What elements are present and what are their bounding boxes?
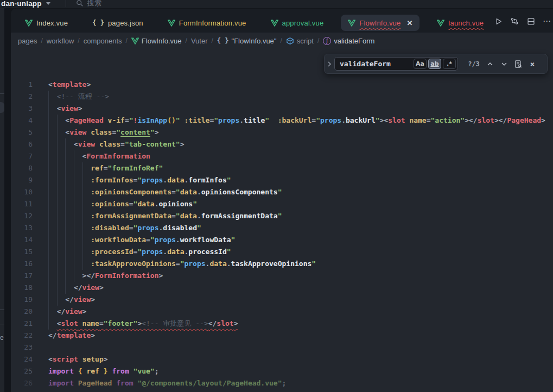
line-number[interactable]: 24 — [11, 353, 33, 365]
line-number[interactable]: 12 — [11, 210, 33, 222]
line-number[interactable]: 17 — [11, 270, 33, 282]
line-number[interactable]: 2 — [11, 91, 33, 103]
code-line-24[interactable]: 24<script setup> — [11, 353, 553, 365]
line-number[interactable]: 7 — [11, 150, 33, 162]
sidebar-sliver: e — [0, 8, 4, 392]
vue-icon — [131, 37, 139, 45]
editor-group: Index.vue { } pages.json FormInformation… — [11, 9, 553, 392]
line-number[interactable]: 8 — [11, 162, 33, 174]
next-match-icon[interactable] — [498, 58, 510, 70]
tab-label: launch.vue — [448, 19, 484, 27]
line-number[interactable]: 18 — [11, 282, 33, 294]
regex-button[interactable]: .* — [443, 59, 456, 69]
line-number[interactable]: 5 — [11, 127, 33, 138]
line-number[interactable]: 15 — [11, 246, 33, 258]
tab-flowinfo-vue-active[interactable]: FlowInfo.vue ✕ — [341, 15, 419, 31]
code-line-4[interactable]: 4<PageHead v-if="!isInApp()" :title="pro… — [11, 115, 553, 127]
code-line-11[interactable]: 11:opinions="data.opinions" — [11, 198, 553, 210]
code-line-20[interactable]: 20</view> — [11, 306, 553, 318]
code-line-25[interactable]: 25import { ref } from "vue"; — [11, 365, 553, 377]
code-line-5[interactable]: 5<view class="content"> — [11, 127, 553, 138]
line-number[interactable]: 10 — [11, 186, 33, 198]
line-number[interactable]: 6 — [11, 138, 33, 150]
run-icon[interactable] — [493, 16, 503, 26]
breadcrumb-components[interactable]: components — [84, 37, 122, 45]
tab-index-vue[interactable]: Index.vue — [18, 15, 75, 31]
line-number[interactable]: 13 — [11, 222, 33, 234]
line-number[interactable]: 26 — [11, 377, 33, 389]
line-number[interactable]: 25 — [11, 365, 33, 377]
line-number[interactable]: 23 — [11, 342, 33, 353]
code-line-13[interactable]: 13:disabled="props.disabled" — [11, 222, 553, 234]
find-input[interactable]: validateForm Aa ab .* — [334, 57, 458, 71]
breadcrumb-vuter[interactable]: Vuter — [191, 37, 208, 45]
toggle-replace-icon[interactable] — [325, 54, 334, 73]
code-line-9[interactable]: 9:formInfos="props.data.formInfos" — [11, 174, 553, 186]
line-number[interactable]: 1 — [11, 79, 33, 91]
code-line-1[interactable]: 1<template> — [11, 79, 553, 91]
code-line-22[interactable]: 22</template> — [11, 330, 553, 342]
breadcrumb-pages[interactable]: pages — [18, 37, 37, 45]
breadcrumb-quoted-file[interactable]: { } "FlowInfo.vue" — [217, 37, 277, 45]
tab-forminformation-vue[interactable]: FormInformation.vue — [161, 15, 253, 31]
code-line-14[interactable]: 14:workflowData="props.workflowData" — [11, 234, 553, 246]
sidebar-divider — [0, 93, 4, 94]
code-line-7[interactable]: 7<FormInformation — [11, 150, 553, 162]
line-number[interactable]: 14 — [11, 234, 33, 246]
code-line-26[interactable]: 26import PageHead from "@/components/lay… — [11, 377, 553, 389]
line-number[interactable]: 22 — [11, 330, 33, 342]
find-in-selection-icon[interactable] — [512, 58, 524, 70]
more-actions-icon[interactable]: ⋯ — [542, 16, 552, 26]
search-label: 搜索 — [87, 0, 101, 8]
code-line-16[interactable]: 16:taskApproveOpinions="props.data.taskA… — [11, 258, 553, 270]
tab-launch-vue[interactable]: launch.vue — [430, 15, 491, 31]
chevron-down-icon[interactable] — [46, 2, 50, 5]
project-name[interactable]: dan-uniapp — [1, 0, 42, 8]
code-line-10[interactable]: 10:opinionsComponents="data.opinionsComp… — [11, 186, 553, 198]
vue-icon — [271, 20, 278, 27]
code-line-23[interactable]: 23 — [11, 342, 553, 353]
code-lines[interactable]: 1<template>2<!-- 流程 -->3<view>4<PageHead… — [11, 79, 553, 389]
close-find-icon[interactable]: × — [526, 58, 538, 70]
tab-pages-json[interactable]: { } pages.json — [85, 15, 150, 31]
code-line-6[interactable]: 6<view class="tab-content"> — [11, 138, 553, 150]
line-number[interactable]: 19 — [11, 294, 33, 306]
symbol-function-icon: ƒ — [323, 37, 331, 45]
line-number[interactable]: 21 — [11, 318, 33, 330]
code-line-19[interactable]: 19</view> — [11, 294, 553, 306]
split-editor-icon[interactable] — [526, 16, 536, 26]
line-number[interactable]: 20 — [11, 306, 33, 318]
code-editor[interactable]: validateForm Aa ab .* ?/3 × 1<template>2… — [11, 49, 553, 392]
line-number[interactable]: 16 — [11, 258, 33, 270]
line-number[interactable]: 3 — [11, 103, 33, 115]
titlebar-divider — [66, 0, 66, 7]
code-line-15[interactable]: 15:processId="props.data.processId" — [11, 246, 553, 258]
code-line-17[interactable]: 17></FormInformation> — [11, 270, 553, 282]
match-count: ?/3 — [466, 60, 482, 68]
code-line-3[interactable]: 3<view> — [11, 103, 553, 115]
line-number[interactable]: 11 — [11, 198, 33, 210]
vue-icon — [437, 20, 444, 27]
previous-match-icon[interactable] — [484, 58, 496, 70]
vue-icon — [168, 20, 175, 27]
breadcrumb-file[interactable]: FlowInfo.vue — [131, 37, 182, 45]
code-line-21[interactable]: 21<slot name="footer"><!-- 审批意见 --></slo… — [11, 318, 553, 330]
breadcrumb-workflow[interactable]: workflow — [47, 37, 74, 45]
code-line-12[interactable]: 12:formAssignmentData="data.formAssignme… — [11, 210, 553, 222]
code-line-8[interactable]: 8ref="formInfoRef" — [11, 162, 553, 174]
close-icon[interactable]: ✕ — [406, 20, 412, 27]
whole-word-button[interactable]: ab — [428, 59, 441, 69]
breadcrumb-script[interactable]: script — [286, 37, 314, 45]
sidebar-item-stub[interactable] — [0, 102, 4, 113]
tab-approval-vue[interactable]: approval.vue — [264, 15, 331, 31]
code-line-2[interactable]: 2<!-- 流程 --> — [11, 91, 553, 103]
tab-bar: Index.vue { } pages.json FormInformation… — [11, 9, 553, 33]
code-line-18[interactable]: 18</view> — [11, 282, 553, 294]
breadcrumb-validateform[interactable]: ƒ validateForm — [323, 37, 374, 45]
open-changes-icon[interactable] — [510, 16, 519, 26]
line-number[interactable]: 4 — [11, 115, 33, 127]
vue-icon — [348, 20, 355, 27]
line-number[interactable]: 9 — [11, 174, 33, 186]
match-case-button[interactable]: Aa — [414, 59, 427, 69]
global-search-box[interactable]: 搜索 — [76, 0, 101, 8]
